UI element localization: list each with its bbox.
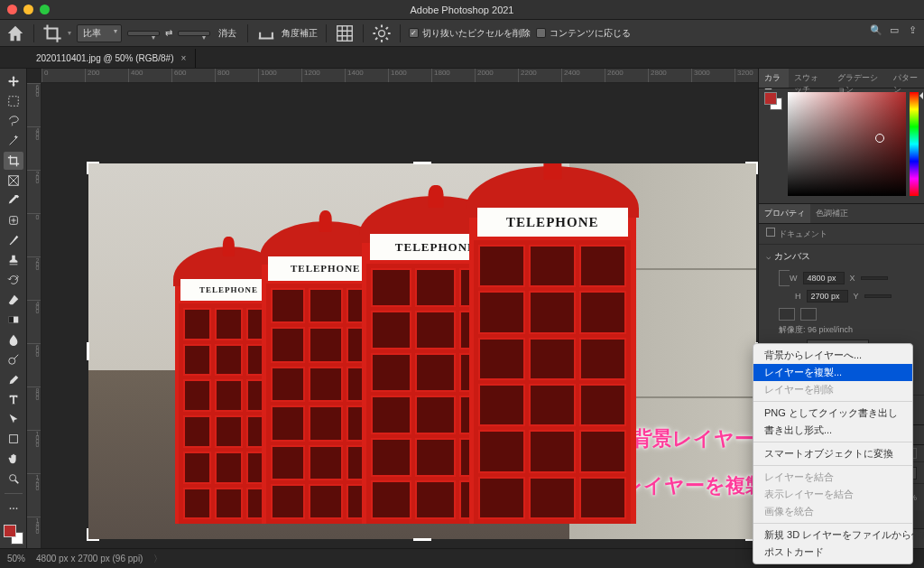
crop-handle-left[interactable] xyxy=(87,342,89,360)
minimize-window-button[interactable] xyxy=(23,5,33,14)
context-menu-item: レイヤーを結合 xyxy=(753,469,912,486)
eyedropper-tool-icon[interactable] xyxy=(4,191,23,210)
context-menu-item[interactable]: 背景からレイヤーへ... xyxy=(753,347,912,364)
ratio-height-input[interactable] xyxy=(178,31,210,36)
document-tab[interactable]: 2020110401.jpg @ 50% (RGB/8#) × xyxy=(27,49,196,68)
zoom-tool-icon[interactable] xyxy=(4,470,23,488)
tab-color[interactable]: カラー xyxy=(759,69,789,88)
lasso-tool-icon[interactable] xyxy=(4,112,23,130)
crop-handle-bottom-left[interactable] xyxy=(87,528,99,541)
tab-gradients[interactable]: グラデーション xyxy=(832,69,888,88)
document-canvas[interactable]: TELEPHONE TELEPHONE TELEPHONE TELEPHONE … xyxy=(88,163,756,539)
ratio-width-input[interactable] xyxy=(127,31,160,36)
context-menu-item[interactable]: 新規 3D レイヤーをファイルから作成... xyxy=(753,526,912,544)
canvas-area[interactable]: 0200400600800100012001400160018002000220… xyxy=(27,69,758,548)
tab-swatches[interactable]: スウォッチ xyxy=(789,69,832,88)
svg-rect-0 xyxy=(337,25,353,41)
color-swatch-pair[interactable] xyxy=(764,92,782,110)
hand-tool-icon[interactable] xyxy=(4,450,23,468)
text-tool-icon[interactable] xyxy=(4,390,23,408)
color-panel: カラー スウォッチ グラデーション パターン xyxy=(759,69,924,204)
context-menu-item[interactable]: PNG としてクイック書き出し xyxy=(753,405,912,422)
crop-handle-top-right[interactable] xyxy=(745,162,758,174)
foreground-color-swatch[interactable] xyxy=(4,525,16,537)
straighten-icon[interactable] xyxy=(256,23,276,43)
context-menu-item[interactable]: レイヤーを複製... xyxy=(753,364,912,381)
context-menu-item[interactable]: スマートオブジェクトに変換 xyxy=(753,445,912,462)
svg-rect-8 xyxy=(9,435,17,443)
ruler-vertical[interactable]: 6004002000200400600800100012001400160018… xyxy=(27,83,42,548)
move-tool-icon[interactable] xyxy=(4,72,23,90)
aspect-ratio-select[interactable]: 比率 xyxy=(77,24,122,42)
options-bar: ▾ 比率 ⇄ 消去 角度補正 切り抜いたピクセルを削除 コンテンツに応じる xyxy=(0,20,924,47)
canvas-height-field[interactable]: 2700 px xyxy=(807,290,848,303)
canvas-section-header[interactable]: カンバス xyxy=(759,245,924,268)
marquee-tool-icon[interactable] xyxy=(4,92,23,110)
workspace-icon[interactable]: ▭ xyxy=(886,22,902,38)
gradient-tool-icon[interactable] xyxy=(4,311,23,329)
pen-tool-icon[interactable] xyxy=(4,370,23,388)
crop-tool-icon[interactable] xyxy=(4,152,23,170)
doc-dimensions[interactable]: 4800 px x 2700 px (96 ppi) xyxy=(36,554,143,563)
close-document-icon[interactable]: × xyxy=(180,53,186,63)
tool-divider xyxy=(5,493,23,494)
brush-tool-icon[interactable] xyxy=(4,231,23,249)
share-icon[interactable]: ⇪ xyxy=(904,22,920,38)
color-swatches[interactable] xyxy=(4,525,23,545)
delete-cropped-checkbox[interactable]: 切り抜いたピクセルを削除 xyxy=(409,27,531,40)
canvas-x-field[interactable] xyxy=(861,276,888,280)
blur-tool-icon[interactable] xyxy=(4,331,23,349)
crop-handle-bottom[interactable] xyxy=(413,538,431,541)
dodge-tool-icon[interactable] xyxy=(4,350,23,368)
app-title: Adobe Photoshop 2021 xyxy=(0,5,924,15)
zoom-level[interactable]: 50% xyxy=(7,554,25,563)
svg-rect-6 xyxy=(8,317,13,323)
path-selection-tool-icon[interactable] xyxy=(4,410,23,428)
document-tabs: 2020110401.jpg @ 50% (RGB/8#) × xyxy=(0,47,924,69)
crop-settings-icon[interactable] xyxy=(372,23,392,43)
magic-wand-tool-icon[interactable] xyxy=(4,132,23,150)
stamp-tool-icon[interactable] xyxy=(4,251,23,269)
context-menu-item[interactable]: ポストカード xyxy=(753,544,912,561)
resolution-label: 解像度: 96 pixel/inch xyxy=(759,322,924,338)
color-picker-field[interactable] xyxy=(788,92,906,196)
close-window-button[interactable] xyxy=(7,5,17,14)
zoom-window-button[interactable] xyxy=(40,5,50,14)
canvas-y-field[interactable] xyxy=(864,294,892,298)
svg-point-10 xyxy=(9,507,11,509)
tab-adjustments[interactable]: 色調補正 xyxy=(810,204,854,223)
history-brush-tool-icon[interactable] xyxy=(4,271,23,289)
crop-tool-icon[interactable] xyxy=(42,23,62,43)
document-tab-label: 2020110401.jpg @ 50% (RGB/8#) xyxy=(36,53,173,63)
content-aware-checkbox[interactable]: コンテンツに応じる xyxy=(536,27,631,40)
layer-context-menu[interactable]: 背景からレイヤーへ...レイヤーを複製...レイヤーを削除PNG としてクイック… xyxy=(753,343,913,564)
link-dimensions-icon[interactable] xyxy=(779,270,790,286)
eraser-tool-icon[interactable] xyxy=(4,291,23,309)
canvas-width-field[interactable]: 4800 px xyxy=(803,272,845,284)
home-icon[interactable] xyxy=(5,23,25,43)
orientation-icons[interactable] xyxy=(759,304,924,322)
crop-handle-top-left[interactable] xyxy=(87,162,99,174)
tools-panel xyxy=(0,69,27,548)
tab-properties[interactable]: プロパティ xyxy=(759,204,810,223)
angle-correction-label[interactable]: 角度補正 xyxy=(282,27,318,40)
crop-handle-top[interactable] xyxy=(413,162,431,164)
context-menu-item: 表示レイヤーを結合 xyxy=(753,486,912,503)
hue-slider[interactable] xyxy=(910,92,919,196)
window-controls xyxy=(0,5,50,14)
edit-toolbar-icon[interactable] xyxy=(4,499,23,517)
search-icon[interactable]: 🔍 xyxy=(868,22,884,38)
swap-dimensions-icon[interactable]: ⇄ xyxy=(165,28,172,38)
share-controls: 🔍 ▭ ⇪ xyxy=(868,22,920,38)
frame-tool-icon[interactable] xyxy=(4,172,23,190)
context-menu-item[interactable]: 書き出し形式... xyxy=(753,422,912,439)
healing-brush-tool-icon[interactable] xyxy=(4,211,23,229)
svg-point-9 xyxy=(9,475,15,481)
ruler-horizontal[interactable]: 0200400600800100012001400160018002000220… xyxy=(42,69,758,83)
clear-aspect-button[interactable]: 消去 xyxy=(216,27,239,40)
svg-point-1 xyxy=(379,30,385,36)
svg-point-11 xyxy=(13,507,14,509)
crop-overlay-icon[interactable] xyxy=(335,23,355,43)
tab-patterns[interactable]: パターン xyxy=(888,69,924,88)
shape-tool-icon[interactable] xyxy=(4,430,23,448)
